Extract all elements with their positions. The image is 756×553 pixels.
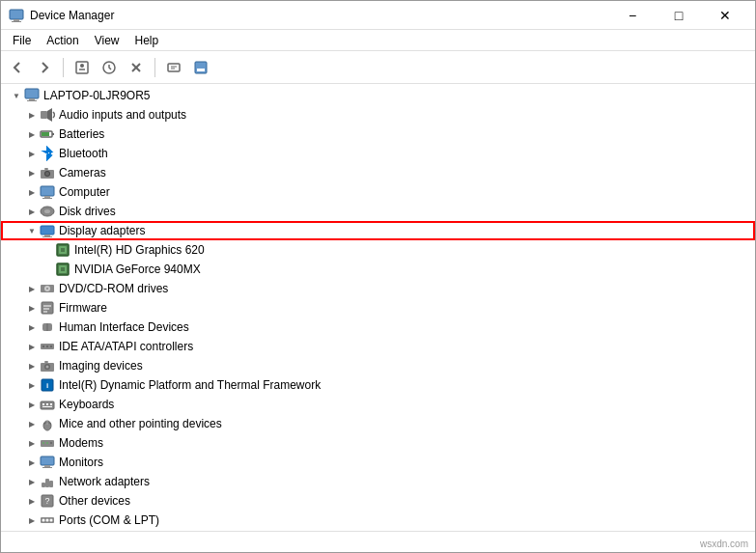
tree-root[interactable]: ▼ LAPTOP-0LJR9OR5 <box>1 86 755 105</box>
svg-rect-75 <box>49 481 53 487</box>
tree-item-batteries[interactable]: ▶ Batteries <box>1 124 755 144</box>
update-button[interactable] <box>97 55 122 80</box>
display-adapters-label: Display adapters <box>59 224 145 237</box>
disk-label: Disk drives <box>59 205 116 218</box>
svg-rect-27 <box>44 196 50 198</box>
tree-item-display-adapters[interactable]: ▼ Display adapters <box>1 221 755 240</box>
expand-monitors[interactable]: ▶ <box>24 455 40 470</box>
monitors-label: Monitors <box>59 456 103 469</box>
svg-rect-0 <box>10 10 23 19</box>
expand-intel-thermal[interactable]: ▶ <box>24 377 40 393</box>
svg-rect-2 <box>12 21 21 22</box>
other-label: Other devices <box>59 494 130 508</box>
svg-point-55 <box>46 366 49 369</box>
watermark: wsxdn.com <box>700 539 748 549</box>
ports-label: Ports (COM & LPT) <box>59 513 159 527</box>
tree-item-audio[interactable]: ▶ Audio inputs and outputs <box>1 105 755 124</box>
tree-item-dvd[interactable]: ▶ DVD/CD-ROM drives <box>1 279 755 298</box>
intel-icon: i <box>40 377 55 393</box>
menu-view[interactable]: View <box>87 32 127 49</box>
expand-cameras[interactable]: ▶ <box>24 165 40 180</box>
tree-item-ports[interactable]: ▶ Ports (COM & LPT) <box>1 511 755 530</box>
svg-rect-56 <box>44 361 48 363</box>
svg-rect-60 <box>42 403 44 405</box>
content-area: ▼ LAPTOP-0LJR9OR5 ▶ <box>1 84 755 531</box>
expand-ports[interactable]: ▶ <box>24 512 40 528</box>
maximize-button[interactable]: □ <box>657 1 701 30</box>
properties-button[interactable] <box>70 55 95 80</box>
scan-button[interactable] <box>161 55 186 80</box>
tree-item-hid[interactable]: ▶ Human Interface Devices <box>1 318 755 337</box>
toolbar-separator-2 <box>154 58 155 77</box>
tree-item-imaging[interactable]: ▶ Imaging devices <box>1 356 755 375</box>
computer-label: Computer <box>59 185 110 199</box>
tree-item-intel-hd[interactable]: ▶ Intel(R) HD Graphics 620 <box>1 240 755 260</box>
tree-item-bluetooth[interactable]: ▶ Bluetooth <box>1 144 755 163</box>
svg-rect-31 <box>41 226 54 235</box>
expand-hid[interactable]: ▶ <box>24 319 40 335</box>
expand-ide[interactable]: ▶ <box>24 339 40 354</box>
computer-icon <box>24 88 40 103</box>
tree-item-keyboards[interactable]: ▶ Keyboards <box>1 395 755 414</box>
batteries-label: Batteries <box>59 127 104 141</box>
svg-rect-17 <box>41 111 47 119</box>
expand-modems[interactable]: ▶ <box>24 435 40 451</box>
firmware-label: Firmware <box>59 301 107 315</box>
expand-disk[interactable]: ▶ <box>24 204 40 219</box>
close-button[interactable]: ✕ <box>703 1 747 30</box>
tree-item-monitors[interactable]: ▶ Monitors <box>1 453 755 472</box>
camera-icon <box>40 165 55 180</box>
minimize-button[interactable]: − <box>610 1 655 30</box>
svg-rect-21 <box>42 132 49 136</box>
cameras-label: Cameras <box>59 166 106 180</box>
tree-item-modems[interactable]: ▶ Modems <box>1 433 755 453</box>
tree-item-nvidia[interactable]: ▶ NVIDIA GeForce 940MX <box>1 260 755 279</box>
monitor-icon <box>40 455 55 470</box>
tree-item-disk[interactable]: ▶ Disk drives <box>1 202 755 221</box>
tree-item-mice[interactable]: ▶ Mice and other pointing devices <box>1 414 755 433</box>
expand-bluetooth[interactable]: ▶ <box>24 146 40 161</box>
svg-rect-14 <box>25 89 39 98</box>
window-controls: − □ ✕ <box>610 1 747 30</box>
tree-item-other[interactable]: ▶ ? Other devices <box>1 491 755 511</box>
status-bar: wsxdn.com <box>1 531 755 552</box>
svg-rect-72 <box>42 467 52 468</box>
tree-item-cameras[interactable]: ▶ Cameras <box>1 163 755 182</box>
forward-button[interactable] <box>32 55 57 80</box>
tree-item-firmware[interactable]: ▶ Firmware <box>1 298 755 318</box>
expand-dvd[interactable]: ▶ <box>24 281 40 296</box>
uninstall-button[interactable] <box>124 55 149 80</box>
menu-action[interactable]: Action <box>39 32 86 49</box>
expand-batteries[interactable]: ▶ <box>24 126 40 142</box>
menu-help[interactable]: Help <box>127 32 167 49</box>
svg-rect-39 <box>61 267 65 271</box>
display-adapters-icon <box>40 223 55 238</box>
expand-other[interactable]: ▶ <box>24 493 40 509</box>
expand-computer[interactable]: ▶ <box>24 184 40 200</box>
tree-item-computer[interactable]: ▶ Computer <box>1 182 755 202</box>
expand-firmware[interactable]: ▶ <box>24 300 40 316</box>
svg-rect-15 <box>29 98 35 100</box>
tree-item-intel-thermal[interactable]: ▶ i Intel(R) Dynamic Platform and Therma… <box>1 375 755 395</box>
network-icon <box>40 474 55 489</box>
svg-text:?: ? <box>44 496 49 506</box>
expand-network[interactable]: ▶ <box>24 474 40 489</box>
tree-item-network[interactable]: ▶ Network adapters <box>1 472 755 491</box>
tree-view[interactable]: ▼ LAPTOP-0LJR9OR5 ▶ <box>1 84 755 531</box>
expand-display-adapters[interactable]: ▼ <box>24 223 40 238</box>
show-hidden-button[interactable] <box>188 55 213 80</box>
expand-keyboards[interactable]: ▶ <box>24 397 40 412</box>
expand-mice[interactable]: ▶ <box>24 416 40 431</box>
intel-hd-icon <box>55 242 70 258</box>
expand-audio[interactable]: ▶ <box>24 107 40 123</box>
tree-item-ide[interactable]: ▶ IDE ATA/ATAPI controllers <box>1 337 755 356</box>
svg-point-4 <box>80 64 84 68</box>
svg-rect-25 <box>44 168 48 170</box>
back-button[interactable] <box>5 55 30 80</box>
dvd-label: DVD/CD-ROM drives <box>59 282 168 295</box>
menu-file[interactable]: File <box>5 32 39 49</box>
expand-root[interactable]: ▼ <box>9 88 24 103</box>
title-bar: Device Manager − □ ✕ <box>1 1 755 30</box>
expand-imaging[interactable]: ▶ <box>24 358 40 373</box>
svg-text:i: i <box>46 381 48 390</box>
